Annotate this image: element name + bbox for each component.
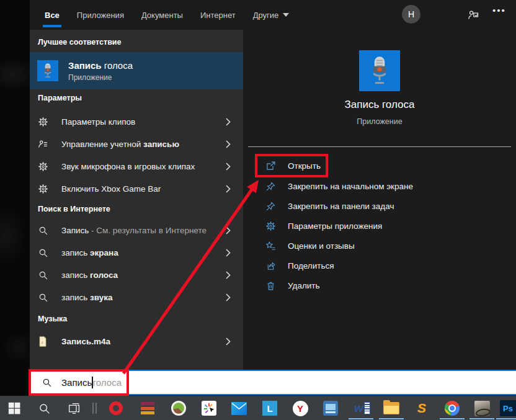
taskbar-icon-screenshot-tool[interactable]: [201, 400, 217, 416]
result-account-management[interactable]: Управление учетной записью: [30, 133, 243, 155]
taskbar: L Y w S Ps: [0, 396, 516, 420]
running-indicator: [496, 418, 516, 419]
tab-more[interactable]: Другие: [253, 0, 290, 30]
gear-icon: [38, 117, 48, 127]
chevron-right-icon[interactable]: [226, 293, 231, 302]
running-indicator: [469, 418, 494, 419]
account-icon: [38, 139, 48, 150]
svg-text:♪: ♪: [41, 340, 43, 345]
taskbar-icon-file-explorer[interactable]: [383, 400, 399, 416]
section-header-web-search: Поиск в Интернете: [38, 205, 110, 213]
search-icon: [38, 225, 48, 236]
start-button-icon[interactable]: [6, 400, 22, 416]
tab-all[interactable]: Все: [45, 0, 60, 30]
result-label: Звук микрофона в игровых клипах: [61, 162, 195, 171]
action-share[interactable]: Поделиться: [243, 256, 510, 275]
user-avatar[interactable]: H: [402, 5, 420, 24]
action-label: Закрепить на панели задач: [288, 202, 394, 211]
best-match-text: Запись голоса Приложение: [68, 60, 133, 82]
taskbar-icon-chrome[interactable]: [444, 400, 460, 416]
result-xbox-game-bar[interactable]: Включить Xbox Game Bar: [30, 177, 243, 200]
search-input[interactable]: Записьголоса: [31, 370, 516, 395]
tab-apps[interactable]: Приложения: [77, 0, 124, 30]
taskbar-icon-opera[interactable]: [108, 400, 124, 416]
action-label: Открыть: [288, 161, 321, 171]
chevron-right-icon[interactable]: [226, 337, 231, 346]
taskbar-separator: [91, 400, 98, 416]
result-screen-recording[interactable]: запись экрана: [30, 241, 243, 264]
taskbar-icon-winrar[interactable]: [140, 400, 156, 416]
tab-web-label: Интернет: [200, 11, 236, 20]
search-suggestion-text: голоса: [93, 377, 122, 388]
feedback-icon[interactable]: [467, 9, 479, 21]
taskbar-icon-yandex-browser[interactable]: Y: [292, 400, 308, 416]
music-file-icon: ♪: [38, 336, 48, 347]
search-icon: [38, 248, 48, 258]
search-icon: [38, 270, 48, 280]
task-view-icon[interactable]: [66, 400, 82, 416]
action-rate-review[interactable]: Оценки и отзывы: [243, 236, 510, 256]
taskbar-icon-flash-tool[interactable]: S: [414, 400, 430, 416]
action-open[interactable]: Открыть: [243, 156, 510, 176]
section-header-music: Музыка: [38, 315, 67, 323]
taskbar-icon-photo-thumbnail[interactable]: [474, 400, 490, 416]
tab-apps-label: Приложения: [77, 11, 124, 20]
action-label: Удалить: [288, 281, 320, 290]
action-label: Поделиться: [288, 261, 334, 270]
tab-documents[interactable]: Документы: [141, 0, 183, 30]
taskbar-search-icon[interactable]: [36, 400, 52, 416]
search-icon: [42, 377, 52, 388]
desktop-screen: Все Приложения Документы Интернет Другие…: [0, 0, 516, 420]
running-indicator: [440, 418, 465, 419]
result-sound-recording[interactable]: запись звука: [30, 286, 243, 308]
chevron-down-icon: [283, 13, 289, 17]
tab-all-label: Все: [45, 11, 60, 20]
chevron-right-icon[interactable]: [226, 140, 231, 148]
tab-web[interactable]: Интернет: [200, 0, 236, 30]
search-results-panel: Лучшее соответствие Запись голоса Прилож…: [30, 30, 243, 370]
taskbar-icon-voice-chat[interactable]: [171, 400, 187, 416]
pin-icon: [265, 181, 276, 192]
open-icon: [265, 161, 276, 171]
tab-more-label: Другие: [253, 11, 279, 20]
best-match-subtitle: Приложение: [68, 73, 133, 82]
chevron-right-icon[interactable]: [226, 185, 231, 193]
taskbar-icon-photoshop[interactable]: Ps: [500, 400, 516, 416]
result-label: запись экрана: [61, 248, 118, 257]
result-label: Параметры клипов: [61, 117, 135, 127]
action-app-settings[interactable]: Параметры приложения: [243, 216, 510, 236]
best-match-title: Запись голоса: [68, 60, 133, 71]
taskbar-icon-lightshot[interactable]: L: [262, 400, 278, 416]
result-voice-recording[interactable]: запись голоса: [30, 264, 243, 286]
result-music-file[interactable]: ♪ Запись.m4a: [30, 330, 243, 352]
search-flyout-topbar: Все Приложения Документы Интернет Другие…: [30, 0, 516, 30]
result-label: Запись - См. результаты в Интернете: [61, 226, 207, 235]
filter-tabs: Все Приложения Документы Интернет Другие: [45, 0, 289, 30]
result-label: Запись.m4a: [61, 337, 110, 346]
voice-recorder-app-icon: [37, 60, 58, 81]
action-pin-taskbar[interactable]: Закрепить на панели задач: [243, 196, 510, 216]
chevron-right-icon[interactable]: [226, 118, 231, 126]
taskbar-icon-mail[interactable]: [231, 400, 247, 416]
taskbar-icon-media-app[interactable]: [322, 400, 339, 416]
app-subtitle: Приложение: [243, 117, 516, 126]
app-title: Запись голоса: [243, 99, 516, 111]
result-web-search[interactable]: Запись - См. результаты в Интернете: [30, 219, 243, 241]
chevron-right-icon[interactable]: [226, 226, 231, 235]
chevron-right-icon[interactable]: [226, 163, 231, 171]
result-label: запись звука: [61, 293, 113, 302]
chevron-right-icon[interactable]: [226, 249, 231, 257]
taskbar-icon-word[interactable]: w: [353, 400, 371, 416]
result-mic-sound[interactable]: Звук микрофона в игровых клипах: [30, 155, 243, 177]
result-clip-settings[interactable]: Параметры клипов: [30, 110, 243, 133]
tab-documents-label: Документы: [141, 11, 183, 20]
more-options-icon[interactable]: •••: [492, 5, 506, 16]
best-match-item[interactable]: Запись голоса Приложение: [30, 52, 243, 89]
action-uninstall[interactable]: Удалить: [243, 275, 510, 295]
search-icon: [38, 292, 48, 303]
chevron-right-icon[interactable]: [226, 271, 231, 279]
action-label: Оценки и отзывы: [288, 241, 355, 251]
gear-icon: [265, 221, 276, 231]
action-pin-start[interactable]: Закрепить на начальном экране: [243, 176, 510, 196]
gear-icon: [38, 184, 48, 194]
